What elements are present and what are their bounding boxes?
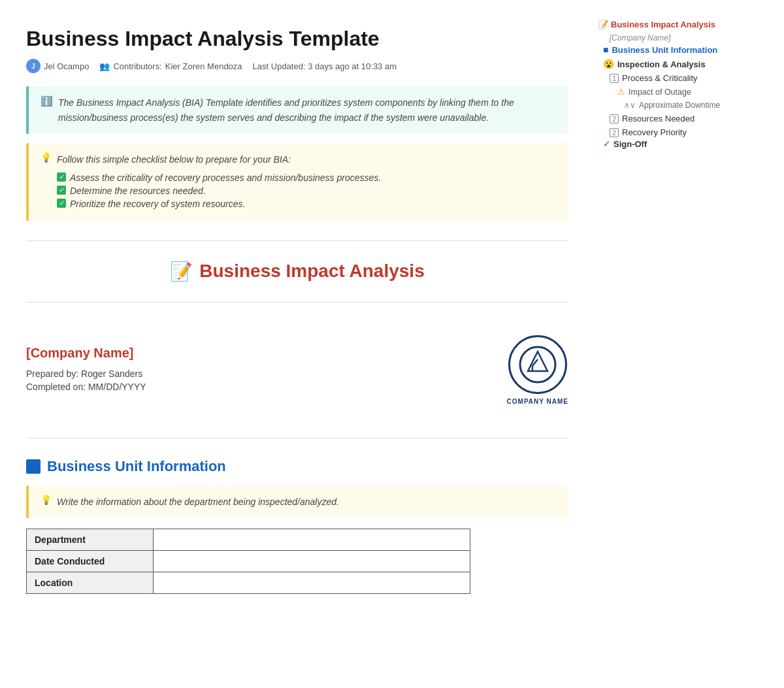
sidebar-ad-icon: ∧∨ bbox=[624, 101, 636, 110]
sidebar-ad-label: Approximate Downtime bbox=[639, 101, 720, 110]
sidebar-pc-icon: 1 bbox=[610, 74, 619, 83]
contributors-icon: 👥 bbox=[99, 61, 110, 71]
table-row: Location bbox=[27, 572, 470, 593]
sidebar-company-name[interactable]: [Company Name] bbox=[598, 33, 735, 42]
sidebar-pc-label: Process & Criticality bbox=[622, 73, 698, 83]
sidebar-rp-icon: 2 bbox=[610, 128, 619, 137]
sidebar-bia-label: Business Impact Analysis bbox=[611, 20, 715, 29]
last-updated: Last Updated: 3 days ago at 10:33 am bbox=[253, 61, 397, 71]
business-unit-table: Department Date Conducted Location bbox=[26, 529, 470, 594]
business-unit-hint-text: Write the information about the departme… bbox=[57, 495, 339, 509]
sidebar-item-process-criticality[interactable]: 1 Process & Criticality bbox=[598, 71, 735, 85]
divider-3 bbox=[26, 438, 568, 438]
sidebar-ia-icon: 😮 bbox=[603, 59, 614, 69]
company-logo: COMPANY NAME bbox=[507, 335, 568, 405]
checklist-content: Follow this simple checklist below to pr… bbox=[57, 152, 381, 211]
sidebar-rp-label: Recovery Priority bbox=[622, 127, 687, 137]
sidebar-io-icon: ⚠ bbox=[617, 87, 625, 97]
main-content: Business Impact Analysis Template J Jel … bbox=[0, 13, 588, 607]
page-title: Business Impact Analysis Template bbox=[26, 26, 568, 51]
business-unit-hint: 💡 Write the information about the depart… bbox=[26, 485, 568, 518]
info-icon: ℹ️ bbox=[41, 95, 53, 107]
sidebar-bia-link[interactable]: 📝 Business Impact Analysis bbox=[598, 20, 735, 29]
teal-alert: ℹ️ The Business Impact Analysis (BIA) Te… bbox=[26, 86, 568, 134]
contributors-names: Kier Zoren Mendoza bbox=[165, 61, 242, 71]
company-section: [Company Name] Prepared by: Roger Sander… bbox=[26, 322, 568, 418]
sidebar-item-approx-downtime[interactable]: ∧∨ Approximate Downtime bbox=[598, 99, 735, 112]
sidebar-ia-label: Inspection & Analysis bbox=[617, 59, 706, 69]
logo-svg bbox=[518, 345, 557, 384]
author-info: J Jel Ocampo bbox=[26, 59, 89, 73]
sidebar-item-resources-needed[interactable]: 2 Resources Needed bbox=[598, 112, 735, 125]
logo-circle bbox=[508, 335, 567, 394]
sidebar-io-label: Impact of Outage bbox=[629, 88, 691, 97]
sidebar-item-recovery-priority[interactable]: 2 Recovery Priority bbox=[598, 125, 735, 139]
prepared-by: Prepared by: Roger Sanders bbox=[26, 369, 146, 379]
divider-1 bbox=[26, 240, 568, 241]
sidebar-bui-label: Business Unit Information bbox=[612, 45, 717, 55]
sidebar-rn-label: Resources Needed bbox=[622, 114, 694, 123]
table-label-date: Date Conducted bbox=[27, 550, 154, 572]
checklist-item-3: ✓ Prioritize the recovery of system reso… bbox=[57, 199, 381, 209]
contributors-label: Contributors: bbox=[113, 61, 161, 71]
section-title-icon bbox=[26, 459, 41, 474]
sidebar-signoff-label: Sign-Off bbox=[613, 139, 647, 149]
sidebar-bui-icon: ■ bbox=[603, 44, 608, 55]
logo-text: COMPANY NAME bbox=[507, 398, 568, 405]
bulb-icon-2: 💡 bbox=[41, 495, 52, 505]
checklist-item-1: ✓ Assess the criticality of recovery pro… bbox=[57, 172, 381, 183]
bia-heading-text: Business Impact Analysis bbox=[199, 261, 424, 282]
teal-alert-text: The Business Impact Analysis (BIA) Templ… bbox=[58, 95, 557, 125]
divider-2 bbox=[26, 302, 568, 303]
checklist-header: Follow this simple checklist below to pr… bbox=[57, 152, 381, 167]
table-row: Date Conducted bbox=[27, 550, 470, 572]
sidebar-signoff-icon: ✓ bbox=[603, 139, 610, 149]
table-value-date[interactable] bbox=[154, 550, 470, 572]
company-name: [Company Name] bbox=[26, 346, 146, 361]
sidebar-item-signoff[interactable]: ✓ Sign-Off bbox=[598, 139, 735, 149]
yellow-alert: 💡 Follow this simple checklist below to … bbox=[26, 143, 568, 220]
table-value-department[interactable] bbox=[154, 529, 470, 550]
teal-alert-header: ℹ️ The Business Impact Analysis (BIA) Te… bbox=[41, 95, 557, 125]
company-meta: [Company Name] Prepared by: Roger Sander… bbox=[26, 346, 146, 395]
table-value-location[interactable] bbox=[154, 572, 470, 593]
completed-on: Completed on: MM/DD/YYYY bbox=[26, 382, 146, 392]
business-unit-title: Business Unit Information bbox=[26, 458, 568, 475]
bia-heading-emoji: 📝 bbox=[170, 261, 193, 282]
bia-heading: 📝 Business Impact Analysis bbox=[26, 261, 568, 282]
sidebar: 📝 Business Impact Analysis [Company Name… bbox=[588, 13, 745, 607]
business-unit-section: Business Unit Information 💡 Write the in… bbox=[26, 458, 568, 594]
checklist-item-2: ✓ Determine the resources needed. bbox=[57, 186, 381, 196]
sidebar-rn-icon: 2 bbox=[610, 114, 619, 123]
checkbox-icon-2: ✓ bbox=[57, 186, 66, 195]
checkbox-icon-3: ✓ bbox=[57, 199, 66, 208]
sidebar-bia-icon: 📝 bbox=[598, 20, 608, 29]
table-row: Department bbox=[27, 529, 470, 550]
contributors-info: 👥 Contributors: Kier Zoren Mendoza bbox=[99, 61, 242, 71]
author-name: Jel Ocampo bbox=[44, 61, 89, 71]
meta-bar: J Jel Ocampo 👥 Contributors: Kier Zoren … bbox=[26, 59, 568, 73]
sidebar-item-business-unit[interactable]: ■ Business Unit Information bbox=[598, 42, 735, 57]
svg-marker-1 bbox=[528, 352, 547, 371]
table-label-location: Location bbox=[27, 572, 154, 593]
avatar: J bbox=[26, 59, 41, 73]
bulb-icon: 💡 bbox=[41, 152, 52, 163]
sidebar-item-inspection[interactable]: 😮 Inspection & Analysis bbox=[598, 57, 735, 71]
checkbox-icon-1: ✓ bbox=[57, 172, 66, 182]
table-label-department: Department bbox=[27, 529, 154, 550]
sidebar-item-impact-outage[interactable]: ⚠ Impact of Outage bbox=[598, 85, 735, 99]
